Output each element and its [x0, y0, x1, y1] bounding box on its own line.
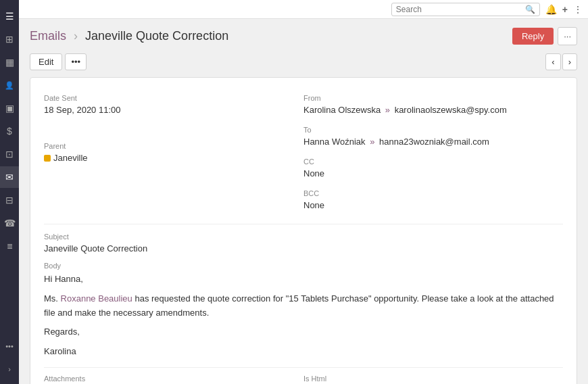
body-text: Hi Hanna, Ms. Roxanne Beaulieu has reque…: [44, 272, 563, 359]
from-label: From: [303, 94, 558, 102]
cc-value: None: [303, 168, 558, 178]
body-paragraph: Ms. Roxanne Beaulieu has requested the q…: [44, 292, 563, 320]
bcc-value: None: [303, 200, 558, 210]
parent-dot: [44, 155, 51, 162]
tasks-icon[interactable]: ≣: [0, 235, 19, 257]
phone-icon[interactable]: ☎: [0, 212, 19, 234]
email-icon[interactable]: ✉: [0, 166, 19, 188]
cc-field: CC None: [303, 152, 563, 184]
toolbar-kebab-button[interactable]: •••: [65, 53, 87, 70]
search-wrapper: 🔍: [391, 3, 540, 16]
image-icon[interactable]: ▣: [0, 97, 19, 119]
collapse-icon[interactable]: ›: [0, 358, 19, 380]
to-label: To: [303, 126, 558, 134]
briefcase-icon[interactable]: ⊡: [0, 143, 19, 165]
parent-label: Parent: [44, 142, 298, 150]
fields-grid: Date Sent 18 Sep, 2020 11:00 Parent Jane…: [44, 89, 563, 216]
breadcrumb: Emails › Janeville Quote Correction: [30, 29, 228, 43]
search-icon[interactable]: 🔍: [525, 5, 535, 14]
header-actions: Reply ···: [512, 27, 577, 45]
attachments-label: Attachments: [44, 375, 303, 383]
contacts-icon[interactable]: 👤: [0, 74, 19, 96]
attachments-section: Attachments 📎 quote # 1234 15 tablets pu…: [44, 367, 563, 384]
nav-next-button[interactable]: ›: [562, 53, 577, 70]
search-input[interactable]: [396, 5, 525, 14]
topbar-dots-icon[interactable]: ⋮: [573, 4, 583, 15]
toolbar-nav: ‹ ›: [545, 53, 577, 70]
to-name-link[interactable]: Hanna Woźniak: [303, 137, 366, 147]
from-email-link[interactable]: karolinaolszewska@spy.com: [395, 105, 507, 115]
page-header: Emails › Janeville Quote Correction Repl…: [30, 27, 577, 45]
from-value: Karolina Olszewska » karolinaolszewska@s…: [303, 105, 558, 115]
subject-label: Subject: [44, 233, 563, 241]
email-card: Date Sent 18 Sep, 2020 11:00 Parent Jane…: [30, 77, 577, 384]
from-field: From Karolina Olszewska » karolinaolszew…: [303, 89, 563, 120]
right-fields: From Karolina Olszewska » karolinaolszew…: [303, 89, 563, 216]
date-sent-value: 18 Sep, 2020 11:00: [44, 105, 298, 115]
building-icon[interactable]: ▦: [0, 51, 19, 73]
left-fields: Date Sent 18 Sep, 2020 11:00 Parent Jane…: [44, 89, 303, 216]
page-area: Emails › Janeville Quote Correction Repl…: [19, 19, 588, 384]
grid-icon[interactable]: ⊞: [0, 28, 19, 50]
to-value: Hanna Woźniak » hanna23wozniak@mail.com: [303, 137, 558, 147]
date-sent-label: Date Sent: [44, 94, 298, 102]
toolbar-left: Edit •••: [30, 53, 87, 70]
bell-icon[interactable]: 🔔: [545, 4, 557, 15]
subject-value: Janeville Quote Correction: [44, 243, 563, 254]
attachments-field: Attachments 📎 quote # 1234 15 tablets pu…: [44, 375, 303, 384]
dollar-icon[interactable]: $: [0, 120, 19, 142]
header-more-button[interactable]: ···: [558, 27, 577, 45]
plus-icon[interactable]: +: [562, 4, 568, 15]
breadcrumb-current: Janeville Quote Correction: [85, 29, 228, 43]
body-name-link[interactable]: Roxanne Beaulieu: [61, 293, 132, 304]
topbar: 🔍 🔔 + ⋮: [19, 0, 588, 19]
to-arrow: »: [370, 137, 374, 147]
body-section: Body Hi Hanna, Ms. Roxanne Beaulieu has …: [44, 262, 563, 359]
more-dots-icon[interactable]: •••: [0, 335, 19, 357]
reply-button[interactable]: Reply: [512, 28, 554, 45]
date-sent-field: Date Sent 18 Sep, 2020 11:00: [44, 89, 303, 120]
divider-1: [44, 224, 563, 224]
toolbar: Edit ••• ‹ ›: [30, 53, 577, 70]
breadcrumb-separator: ›: [74, 29, 78, 43]
body-regards: Regards,: [44, 325, 563, 339]
cc-label: CC: [303, 158, 558, 166]
sidebar: ☰ ⊞ ▦ 👤 ▣ $ ⊡ ✉ ⊟ ☎ ≣ ••• ›: [0, 0, 19, 384]
nav-prev-button[interactable]: ‹: [545, 53, 560, 70]
body-signature: Karolina: [44, 345, 563, 359]
to-email-link[interactable]: hanna23wozniak@mail.com: [379, 137, 489, 147]
subject-section: Subject Janeville Quote Correction: [44, 233, 563, 254]
from-name-link[interactable]: Karolina Olszewska: [303, 105, 381, 115]
calendar-icon[interactable]: ⊟: [0, 189, 19, 211]
bcc-field: BCC None: [303, 184, 563, 216]
parent-value[interactable]: Janeville: [44, 153, 298, 164]
is-html-label: Is Html: [303, 375, 563, 383]
parent-link[interactable]: Janeville: [53, 153, 88, 163]
from-arrow: »: [385, 105, 390, 115]
bcc-label: BCC: [303, 189, 558, 197]
to-field: To Hanna Woźniak » hanna23wozniak@mail.c…: [303, 120, 563, 152]
body-prefix: Ms.: [44, 293, 61, 304]
main-content: 🔍 🔔 + ⋮ Emails › Janeville Quote Correct…: [19, 0, 588, 384]
edit-button[interactable]: Edit: [30, 53, 62, 70]
body-greeting: Hi Hanna,: [44, 272, 563, 287]
parent-field: Parent Janeville: [44, 137, 303, 169]
is-html-field: Is Html ✓: [303, 375, 563, 384]
breadcrumb-emails-link[interactable]: Emails: [30, 29, 66, 43]
menu-icon[interactable]: ☰: [0, 5, 19, 27]
body-label: Body: [44, 262, 563, 270]
